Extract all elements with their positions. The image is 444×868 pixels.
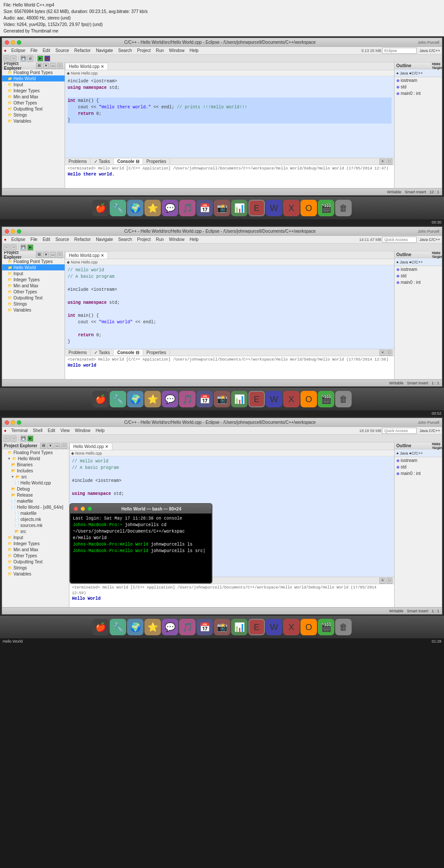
menu-project-1[interactable]: Project: [135, 48, 153, 53]
menu-refactor-1[interactable]: Refactor: [72, 48, 93, 53]
collapse-all-2[interactable]: ⊟: [36, 252, 42, 258]
toolbar-btn-print[interactable]: 🖨: [27, 55, 33, 62]
tree-item-sources-3[interactable]: 📄 sources.mk: [2, 522, 69, 528]
dock3-icon-12[interactable]: 🎬: [318, 619, 334, 635]
tree-item-src2-3[interactable]: 📂 src: [2, 528, 69, 534]
minimize-btn-3[interactable]: [11, 420, 15, 425]
dock2-icon-5[interactable]: 🎵: [179, 391, 196, 407]
collapse-all-1[interactable]: ⊟: [36, 63, 42, 69]
dock2-eclipse[interactable]: E: [248, 391, 265, 407]
properties-tab-2[interactable]: Properties: [143, 350, 170, 355]
dock3-icon-3[interactable]: ⭐: [144, 619, 161, 635]
tree-item-variables-1[interactable]: 📁 Variables: [2, 118, 65, 124]
dock-icon-5[interactable]: 🎵: [179, 200, 196, 216]
dock3-icon-1[interactable]: 🔧: [110, 619, 126, 635]
tree-item-other-2[interactable]: 📁 Other Types: [2, 289, 65, 295]
tree-item-variables-3[interactable]: 📁 Variables: [2, 571, 69, 577]
toolbar-btn-fwd-2[interactable]: →: [10, 244, 16, 250]
editor-tab-helloworld-2[interactable]: Hello World.cpp ✕: [65, 252, 108, 259]
tree-item-minmax-2[interactable]: 📁 Min and Max: [2, 283, 65, 289]
dock-icon-11[interactable]: O: [300, 200, 317, 216]
tree-item-helloworld-3[interactable]: ▼ 📁 Hello World: [2, 455, 69, 462]
outline-item-main-3[interactable]: ⊕ main0 : int: [395, 470, 442, 477]
console-btn1-2[interactable]: ✕: [379, 350, 385, 356]
toolbar-btn-fwd[interactable]: →: [10, 55, 16, 62]
collapse-all-3[interactable]: ⊟: [40, 443, 46, 449]
dock3-icon-4[interactable]: 💬: [162, 619, 178, 635]
problems-tab-1[interactable]: Problems: [65, 159, 91, 164]
dock3-icon-11[interactable]: O: [300, 619, 317, 635]
menu-search-1[interactable]: Search: [116, 48, 134, 53]
dock3-icon-7[interactable]: 📸: [214, 619, 230, 635]
tree-item-binaries-3[interactable]: 📂 Binaries: [2, 462, 69, 468]
dock-icon-3[interactable]: ⭐: [144, 200, 161, 216]
panel-max-2[interactable]: □: [57, 252, 63, 258]
menu-help-3[interactable]: Help: [93, 428, 107, 433]
close-btn-1[interactable]: [5, 40, 9, 45]
menu-terminal-3[interactable]: Terminal: [9, 428, 30, 433]
menu-edit-1[interactable]: Edit: [40, 48, 52, 53]
toolbar-btn-debug[interactable]: 🐞: [44, 55, 50, 62]
console-btn1[interactable]: ✕: [379, 159, 385, 165]
panel-menu-1[interactable]: ▾: [43, 63, 49, 69]
dock2-icon-1[interactable]: 🔧: [110, 391, 126, 407]
term-min-3[interactable]: [81, 507, 85, 511]
tree-item-variables-2[interactable]: 📁 Variables: [2, 307, 65, 313]
outline-item-main-1[interactable]: ⊕ main0 : int: [395, 90, 442, 97]
panel-min-1[interactable]: —: [50, 63, 56, 69]
menu-window-2[interactable]: Window: [167, 237, 187, 242]
menu-help-1[interactable]: Help: [187, 48, 201, 53]
toolbar-btn-back[interactable]: ←: [3, 55, 10, 62]
menu-help-2[interactable]: Help: [187, 237, 201, 242]
dock-icon-2[interactable]: 🌍: [127, 200, 144, 216]
dock2-finder[interactable]: 🍎: [92, 391, 109, 407]
dock-eclipse-1[interactable]: E: [248, 200, 265, 216]
menu-project-2[interactable]: Project: [135, 237, 153, 242]
outline-make-target-1[interactable]: Make Target: [434, 63, 440, 69]
console-tab-2[interactable]: Console ⊟: [114, 350, 143, 355]
maximize-btn-3[interactable]: [17, 420, 21, 425]
panel-max-3[interactable]: □: [61, 443, 67, 449]
tree-item-helloworld-1[interactable]: 📁 Hello World: [2, 75, 65, 81]
term-max-3[interactable]: [88, 507, 92, 511]
menu-shell-3[interactable]: Shell: [31, 428, 45, 433]
console-btn2-3[interactable]: □: [386, 578, 392, 584]
tree-item-input-3[interactable]: 📁 Input: [2, 534, 69, 540]
dock-icon-6[interactable]: 📅: [196, 200, 213, 216]
dock3-icon-6[interactable]: 📅: [196, 619, 213, 635]
dock2-icon-9[interactable]: W: [266, 391, 282, 407]
outline-item-std-1[interactable]: ⊕ std: [395, 84, 442, 90]
dock2-icon-3[interactable]: ⭐: [144, 391, 161, 407]
tree-item-release-3[interactable]: 📂 Release: [2, 492, 69, 498]
code-area-1[interactable]: #include <iostream> using namespace std;…: [65, 76, 394, 158]
toolbar-btn-run-2[interactable]: ▶: [27, 244, 33, 250]
dock-finder-1[interactable]: 🍎: [92, 200, 109, 216]
tree-item-strings-1[interactable]: 📁 Strings: [2, 112, 65, 118]
tree-item-input-1[interactable]: 📁 Input: [2, 81, 65, 88]
tree-item-src-3[interactable]: ▼ 📂 src: [2, 474, 69, 480]
quick-access-2[interactable]: [382, 237, 417, 243]
dock2-icon-6[interactable]: 📅: [196, 391, 213, 407]
dock3-icon-8[interactable]: 📊: [231, 619, 248, 635]
tree-item-strings-2[interactable]: 📁 Strings: [2, 301, 65, 307]
panel-max-1[interactable]: □: [57, 63, 63, 69]
panel-menu-3[interactable]: ▾: [47, 443, 53, 449]
code-area-2[interactable]: // Hello world // A basic program #inclu…: [65, 265, 394, 349]
tree-item-other-1[interactable]: 📁 Other Types: [2, 100, 65, 106]
toolbar-btn-run[interactable]: ▶: [37, 55, 43, 62]
menu-file-1[interactable]: File: [28, 48, 39, 53]
dock2-icon-11[interactable]: O: [300, 391, 317, 407]
menu-run-1[interactable]: Run: [153, 48, 166, 53]
dock-icon-4[interactable]: 💬: [162, 200, 178, 216]
menu-eclipse-1[interactable]: Eclipse: [9, 48, 27, 53]
menu-run-2[interactable]: Run: [153, 237, 166, 242]
dock2-icon-2[interactable]: 🌍: [127, 391, 144, 407]
maximize-btn-2[interactable]: [17, 229, 21, 234]
editor-tab-helloworld-1[interactable]: Hello World.cpp ✕: [65, 63, 108, 70]
terminal-content-3[interactable]: Last login: Sat May 17 11:26:38 on conso…: [70, 514, 212, 583]
panel-menu-2[interactable]: ▾: [43, 252, 49, 258]
tree-item-output-1[interactable]: 📁 Outputting Text: [2, 106, 65, 112]
menu-navigate-2[interactable]: Navigate: [94, 237, 115, 242]
menu-source-2[interactable]: Source: [53, 237, 72, 242]
tree-item-objects-3[interactable]: 📄 objects.mk: [2, 516, 69, 522]
